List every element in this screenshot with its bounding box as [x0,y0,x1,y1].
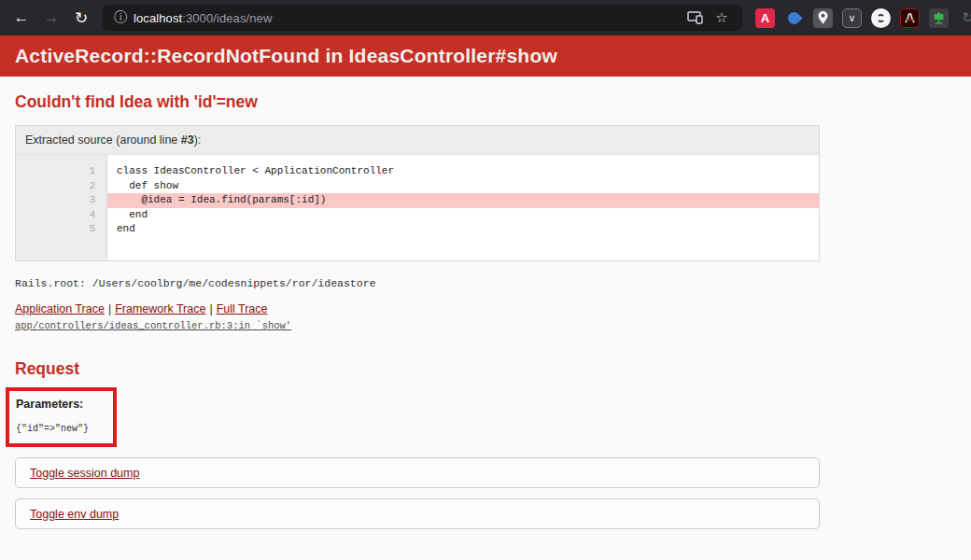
framework-trace-link[interactable]: Framework Trace [115,302,205,315]
reload-button[interactable]: ↻ [67,4,95,32]
url-path: :3000/ideas/new [182,11,272,25]
sync-disabled-icon[interactable]: ↻ [958,8,971,28]
trace-separator: | [108,302,111,315]
extracted-source-prefix: Extracted source (around line [25,133,181,147]
application-trace-link[interactable]: Application Trace [15,302,105,315]
forward-icon: → [44,8,60,27]
extracted-source-box: Extracted source (around line #3): 1 2 3… [15,125,820,261]
red-extension-icon[interactable]: A [755,8,775,28]
rails-root-line: Rails.root: /Users/coolbrg/me/codesnippe… [15,277,956,289]
blue-flame-extension-icon[interactable] [784,8,804,28]
bookmark-star-icon[interactable]: ☆ [709,6,735,30]
parameters-value: {"id"=>"new"} [16,424,89,434]
code-line-active: @idea = Idea.find(params[:id]) [107,193,819,208]
keynote-extension-icon[interactable] [929,8,949,28]
code-line: def show [107,179,819,194]
back-icon: ← [14,8,30,27]
extracted-source-line-ref: #3 [181,133,194,147]
forward-button[interactable]: → [37,4,65,32]
url-host: localhost [134,11,182,25]
rails-root-label: Rails.root: [15,277,86,289]
parameters-label: Parameters: [16,398,89,411]
back-button[interactable]: ← [7,4,35,32]
adobe-acrobat-extension-icon[interactable] [900,8,920,28]
full-trace-link[interactable]: Full Trace [217,302,268,315]
extracted-source-suffix: ): [194,133,202,147]
site-info-icon[interactable]: ⓘ [114,9,127,26]
code-column: class IdeasController < ApplicationContr… [107,155,819,260]
toggle-env-dump-link[interactable]: Toggle env dump [30,508,119,521]
env-dump-box: Toggle env dump [15,498,820,529]
responsive-design-icon[interactable] [683,6,709,30]
circle-extension-icon[interactable] [871,8,891,28]
url-text: localhost:3000/ideas/new [134,11,272,25]
toggle-session-dump-link[interactable]: Toggle session dump [30,467,139,480]
extension-strip: A ∨ ↻ [755,8,971,28]
request-heading: Request [15,359,956,379]
line-number: 5 [16,222,95,237]
session-dump-box: Toggle session dump [15,457,820,488]
source-code-area: 1 2 3 4 5 class IdeasController < Applic… [16,154,819,260]
code-line: end [107,208,819,223]
code-line: end [107,222,819,237]
error-banner: ActiveRecord::RecordNotFound in IdeasCon… [0,35,971,77]
pocket-extension-icon[interactable]: ∨ [842,8,862,28]
line-number: 4 [16,208,95,223]
error-message: Couldn't find Idea with 'id'=new [15,92,956,112]
line-number: 1 [16,164,95,179]
page-content: Couldn't find Idea with 'id'=new Extract… [0,92,971,560]
trace-links: Application Trace|Framework Trace|Full T… [15,302,956,315]
line-number: 3 [16,193,95,208]
line-number: 2 [16,179,95,194]
code-line: class IdeasController < ApplicationContr… [107,164,819,179]
parameters-annotation-box: Parameters: {"id"=>"new"} [6,387,117,447]
reload-icon: ↻ [75,8,88,28]
rails-root-path: /Users/coolbrg/me/codesnippets/ror/ideas… [92,277,376,289]
trace-separator: | [209,302,212,315]
error-title: ActiveRecord::RecordNotFound in IdeasCon… [15,45,557,67]
map-pin-extension-icon[interactable] [813,8,833,28]
trace-frame-link[interactable]: app/controllers/ideas_controller.rb:3:in… [15,320,291,331]
browser-toolbar: ← → ↻ ⓘ localhost:3000/ideas/new ☆ A ∨ [0,0,971,35]
line-number-gutter: 1 2 3 4 5 [16,155,107,260]
extracted-source-heading: Extracted source (around line #3): [16,126,819,154]
url-bar[interactable]: ⓘ localhost:3000/ideas/new ☆ [103,5,742,31]
